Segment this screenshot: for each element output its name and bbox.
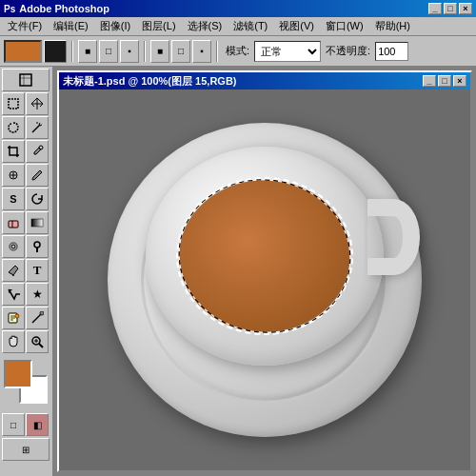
svg-line-4 xyxy=(32,125,40,132)
toolbar-square6[interactable]: ▪ xyxy=(192,40,211,63)
tool-type[interactable]: T xyxy=(26,259,49,282)
tool-standard-mode[interactable]: □ xyxy=(2,413,25,436)
tool-gradient[interactable] xyxy=(26,211,49,234)
toolbar-square1[interactable]: ■ xyxy=(78,40,97,63)
tool-row-mask: □ ◧ xyxy=(2,413,50,436)
tool-eraser[interactable] xyxy=(2,211,25,234)
svg-line-6 xyxy=(39,123,40,125)
title-bar: Ps Adobe Photoshop _ □ × xyxy=(0,0,476,17)
color-area xyxy=(2,358,50,410)
toolbox: S xyxy=(0,67,53,476)
menu-view[interactable]: 视图(V) xyxy=(273,17,320,35)
tool-measure[interactable] xyxy=(26,307,49,329)
svg-point-25 xyxy=(15,314,19,318)
foreground-color-swatch[interactable] xyxy=(4,360,32,388)
menu-select[interactable]: 选择(S) xyxy=(182,17,228,35)
menu-layer[interactable]: 图层(L) xyxy=(136,17,181,35)
svg-rect-12 xyxy=(9,221,18,228)
close-button[interactable]: × xyxy=(459,3,472,14)
main-area: S xyxy=(0,67,476,476)
tool-row-9: ★ xyxy=(2,283,50,306)
tool-custom-shape[interactable]: ★ xyxy=(26,283,49,306)
doc-minimize-button[interactable]: _ xyxy=(423,75,436,87)
toolbar-sep-3 xyxy=(216,41,218,62)
tool-row-options xyxy=(2,69,50,91)
tool-row-2 xyxy=(2,116,50,139)
tool-rectangular-marquee[interactable] xyxy=(2,92,25,115)
tool-row-3 xyxy=(2,140,50,163)
tool-screen-mode[interactable]: ⊞ xyxy=(2,438,50,461)
tool-magic-wand[interactable] xyxy=(26,116,49,139)
minimize-button[interactable]: _ xyxy=(428,3,442,14)
tool-blur[interactable] xyxy=(2,235,25,258)
document-title: 未标题-1.psd @ 100%(图层 15,RGB) xyxy=(63,74,236,89)
tool-path-selection[interactable] xyxy=(2,283,25,306)
toolbar-sep-1 xyxy=(71,41,73,62)
tool-row-10 xyxy=(2,307,50,329)
svg-rect-3 xyxy=(9,99,18,109)
maximize-button[interactable]: □ xyxy=(444,3,457,14)
toolbar-square3[interactable]: ▪ xyxy=(120,40,139,63)
document-window: 未标题-1.psd @ 100%(图层 15,RGB) _ □ × xyxy=(57,70,472,472)
tool-history-brush[interactable] xyxy=(26,188,49,210)
menu-filter[interactable]: 滤镜(T) xyxy=(228,17,273,35)
tool-crop[interactable] xyxy=(2,140,25,163)
toolbar-square4[interactable]: ■ xyxy=(150,40,169,63)
menu-window[interactable]: 窗口(W) xyxy=(320,17,369,35)
svg-line-7 xyxy=(40,125,42,126)
svg-point-27 xyxy=(40,311,44,315)
svg-point-17 xyxy=(34,242,40,248)
app-title: Adobe Photoshop xyxy=(19,3,109,14)
tool-row-7 xyxy=(2,235,50,258)
doc-close-button[interactable]: × xyxy=(453,75,466,87)
svg-point-16 xyxy=(11,245,15,248)
toolbar: ■ □ ▪ ■ □ ▪ 模式: 正常 溶解 正片叠底 不透明度: xyxy=(0,36,476,67)
menu-image[interactable]: 图像(I) xyxy=(94,17,136,35)
tool-quick-mask[interactable]: ◧ xyxy=(26,413,49,436)
tool-hand[interactable] xyxy=(2,330,25,353)
tool-row-1 xyxy=(2,92,50,115)
tool-options-a[interactable] xyxy=(2,69,50,91)
svg-rect-0 xyxy=(20,74,31,86)
tool-row-5: S xyxy=(2,188,50,210)
document-titlebar: 未标题-1.psd @ 100%(图层 15,RGB) _ □ × xyxy=(59,72,470,89)
mode-select[interactable]: 正常 溶解 正片叠底 xyxy=(254,41,321,62)
toolbar-square2[interactable]: □ xyxy=(99,40,118,63)
tool-clone-stamp[interactable]: S xyxy=(2,188,25,210)
tool-brush[interactable] xyxy=(26,164,49,187)
tool-dodge[interactable] xyxy=(26,235,49,258)
toolbar-color1[interactable] xyxy=(4,40,42,63)
opacity-input[interactable] xyxy=(375,42,408,61)
tool-row-6 xyxy=(2,211,50,234)
tool-healing[interactable] xyxy=(2,164,25,187)
tool-row-8: T xyxy=(2,259,50,282)
document-controls: _ □ × xyxy=(423,75,466,87)
doc-maximize-button[interactable]: □ xyxy=(438,75,451,87)
svg-rect-14 xyxy=(31,219,43,227)
tool-row-11 xyxy=(2,330,50,353)
svg-line-29 xyxy=(39,344,43,347)
tool-zoom[interactable] xyxy=(26,330,49,353)
tool-lasso[interactable] xyxy=(2,116,25,139)
toolbar-sep-2 xyxy=(144,41,146,62)
document-content xyxy=(59,89,470,470)
toolbar-color2[interactable] xyxy=(44,40,67,63)
tool-eyedropper[interactable] xyxy=(26,140,49,163)
toolbar-square5[interactable]: □ xyxy=(171,40,190,63)
app-icon: Ps xyxy=(4,4,15,14)
svg-point-15 xyxy=(10,243,17,250)
tool-notes[interactable] xyxy=(2,307,25,329)
mode-label: 模式: xyxy=(223,44,252,58)
menu-edit[interactable]: 编辑(E) xyxy=(48,17,94,35)
tool-row-4 xyxy=(2,164,50,187)
canvas-area: 未标题-1.psd @ 100%(图层 15,RGB) _ □ × xyxy=(53,67,476,476)
opacity-label: 不透明度: xyxy=(323,44,373,58)
menu-file[interactable]: 文件(F) xyxy=(2,17,48,35)
coffee-liquid xyxy=(179,180,350,332)
canvas-viewport xyxy=(89,94,441,466)
tool-row-screen: ⊞ xyxy=(2,438,50,461)
tool-pen[interactable] xyxy=(2,259,25,282)
menu-help[interactable]: 帮助(H) xyxy=(369,17,416,35)
tool-move[interactable] xyxy=(26,92,49,115)
cup-handle xyxy=(367,199,420,275)
